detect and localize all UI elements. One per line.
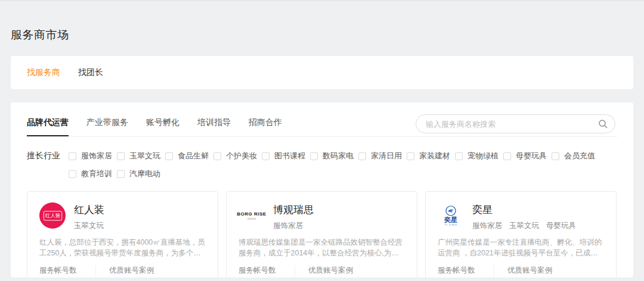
checkbox-icon[interactable] — [310, 152, 318, 160]
account-count-label: 服务帐号数 — [438, 266, 494, 275]
category-tab-brand-operation[interactable]: 品牌代运营 — [27, 117, 69, 136]
yixing-logo: 奕星 YI XING — [438, 202, 464, 229]
checkbox-icon[interactable] — [117, 152, 125, 160]
filter-option-membership-recharge[interactable]: 会员充值 — [552, 151, 597, 161]
checkbox-icon[interactable] — [455, 152, 463, 160]
card-description: 广州奕星传媒是一家专注直播电商、孵化、培训的运营商 ，自2021年进驻视频号平台… — [438, 238, 604, 258]
search-input[interactable] — [416, 114, 615, 133]
industry-filter: 擅长行业 服饰家居 玉翠文玩 食品生鲜 个护美妆 图书课程 数码家电 家清日用 … — [27, 147, 617, 183]
category-tab-bar: 品牌代运营 产业带服务 账号孵化 培训指导 招商合作 — [27, 102, 617, 137]
filter-option-apparel-home[interactable]: 服饰家居 — [69, 151, 112, 161]
card-tags: 玉翠文玩 — [74, 221, 111, 231]
checkbox-icon[interactable] — [552, 152, 559, 160]
hongrenzhuang-logo: 红人裝 — [39, 202, 66, 229]
checkbox-icon[interactable] — [165, 152, 173, 160]
quality-case-label: 优质账号案例 — [308, 266, 363, 275]
filter-option-mother-baby-toys[interactable]: 母婴玩具 — [503, 151, 546, 161]
provider-card-hongrenzhuang[interactable]: 红人裝 红人装 玉翠文玩 红人装，总部位于西安，拥有4000㎡直播基地，员工25… — [27, 191, 218, 277]
filter-label: 擅长行业 — [27, 151, 69, 161]
tab-find-leader[interactable]: 找团长 — [78, 67, 103, 78]
quality-case-label: 优质账号案例 — [507, 266, 607, 275]
card-name: 红人装 — [74, 204, 111, 217]
page-title: 服务商市场 — [11, 27, 69, 43]
checkbox-icon[interactable] — [69, 152, 76, 160]
filter-option-digital-appliances[interactable]: 数码家电 — [310, 151, 353, 161]
tab-find-provider[interactable]: 找服务商 — [27, 67, 60, 78]
filter-option-pets-plants[interactable]: 宠物绿植 — [455, 151, 498, 161]
checkbox-icon[interactable] — [407, 152, 414, 160]
checkbox-icon[interactable] — [262, 152, 270, 160]
checkbox-icon[interactable] — [213, 152, 221, 160]
filter-option-jade-collectibles[interactable]: 玉翠文玩 — [117, 151, 160, 161]
checkbox-icon[interactable] — [69, 170, 76, 178]
category-tab-investment[interactable]: 招商合作 — [249, 117, 282, 136]
filter-option-home-building[interactable]: 家装建材 — [407, 151, 450, 161]
filter-option-books-courses[interactable]: 图书课程 — [262, 151, 305, 161]
checkbox-icon[interactable] — [358, 152, 366, 160]
provider-card-list: 红人裝 红人装 玉翠文玩 红人装，总部位于西安，拥有4000㎡直播基地，员工25… — [27, 191, 617, 277]
filter-option-personal-care-beauty[interactable]: 个护美妆 — [213, 151, 256, 161]
card-name: 博观瑞思 — [273, 204, 314, 217]
main-panel: 品牌代运营 产业带服务 账号孵化 培训指导 招商合作 擅长行业 服饰家居 玉翠文… — [11, 102, 633, 277]
category-tab-account-incubation[interactable]: 账号孵化 — [146, 117, 179, 136]
card-tags: 服饰家居 — [273, 221, 314, 231]
search-box — [416, 114, 615, 133]
card-description: 红人装，总部位于西安，拥有4000㎡直播基地，员工250人，荣获视频号带货年度服… — [39, 238, 206, 258]
checkbox-icon[interactable] — [503, 152, 511, 160]
card-tags: 服饰家居玉翠文玩母婴玩具 — [472, 221, 583, 231]
quality-case-label: 优质账号案例 — [109, 266, 213, 275]
filter-option-auto-moto[interactable]: 汽摩电动 — [117, 168, 160, 179]
filter-option-home-cleaning[interactable]: 家清日用 — [358, 151, 401, 161]
filter-option-education-training[interactable]: 教育培训 — [69, 168, 112, 179]
borgrise-logo: BORG RISE — [239, 202, 265, 229]
category-tab-industry-belt[interactable]: 产业带服务 — [86, 117, 128, 136]
account-count-label: 服务帐号数 — [239, 266, 295, 275]
provider-card-yixing[interactable]: 奕星 YI XING 奕星 服饰家居玉翠文玩母婴玩具 广州奕星传媒是一家专注直播… — [425, 191, 617, 277]
account-count-label: 服务帐号数 — [39, 266, 95, 275]
category-tab-training[interactable]: 培训指导 — [197, 117, 231, 136]
yixing-bird-icon — [445, 205, 456, 216]
top-tab-bar: 找服务商 找团长 — [11, 56, 633, 89]
search-icon[interactable] — [598, 119, 608, 129]
filter-option-fresh-food[interactable]: 食品生鲜 — [165, 151, 208, 161]
card-name: 奕星 — [472, 204, 583, 217]
provider-card-borgrise[interactable]: BORG RISE 博观瑞思 服饰家居 博观瑞思传媒集团是一家全链路品效销智整合… — [226, 191, 417, 277]
card-description: 博观瑞思传媒集团是一家全链路品效销智整合经营服务商，成立于2014年，以整合经营… — [239, 238, 405, 258]
checkbox-icon[interactable] — [117, 170, 125, 178]
